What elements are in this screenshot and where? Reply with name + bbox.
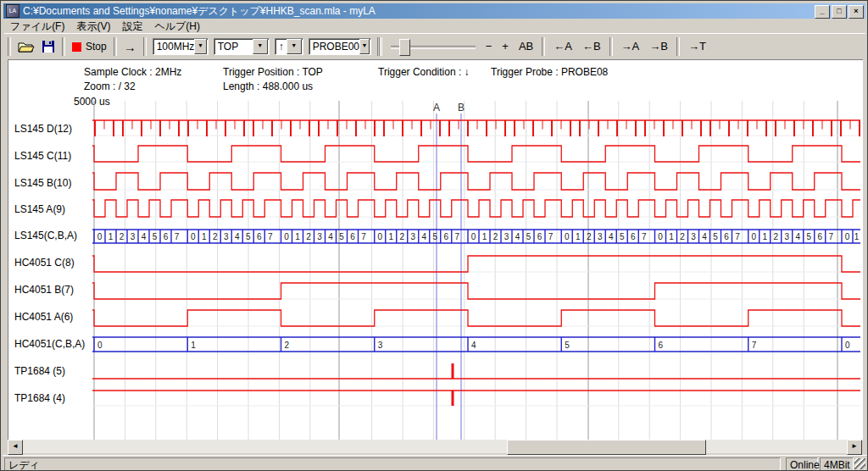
bus-value: 0 <box>751 232 756 241</box>
bus-value: 0 <box>565 232 570 241</box>
pulse-TP1684 (4) <box>452 391 454 406</box>
bus-value: 1 <box>854 232 860 241</box>
bus-value: 2 <box>773 232 778 241</box>
bus-value: 1 <box>295 232 300 241</box>
bus-value: 3 <box>410 232 415 241</box>
bus-value: 3 <box>317 232 322 241</box>
bus-value: 2 <box>213 232 218 241</box>
waveform-plot[interactable]: AB01234567012345670123456701234567012345… <box>1 1 868 471</box>
trace-HC4051 B(7) <box>92 283 860 299</box>
bus-value: 6 <box>817 232 822 241</box>
status-online-badge: Online <box>786 457 818 471</box>
bus-value: 6 <box>350 232 355 241</box>
status-ready: レディ <box>4 457 781 471</box>
bus-value: 6 <box>164 232 169 241</box>
cursor-label-A: A <box>433 102 440 114</box>
status-memory-badge: 4MBit <box>820 457 854 471</box>
bus-value: 6 <box>537 232 542 241</box>
status-bar: レディ Online 4MBit <box>3 455 867 471</box>
bus-value: 3 <box>598 232 603 241</box>
bus-value: 1 <box>762 232 767 241</box>
bus-value: 1 <box>669 232 674 241</box>
bus-value: 2 <box>285 341 290 350</box>
trace-LS145 A(9) <box>92 200 860 217</box>
bus-value: 1 <box>576 232 581 241</box>
mylA-window: { "window": { "title": "C:¥Documents and… <box>0 0 868 471</box>
bus-value: 0 <box>97 341 103 350</box>
bus-value: 6 <box>443 232 448 241</box>
pulse-TP1684 (5) <box>452 363 454 379</box>
bus-value: 2 <box>399 232 404 241</box>
bus-value: 1 <box>108 232 114 241</box>
bus-value: 1 <box>482 232 487 241</box>
bus-value: 7 <box>175 232 180 241</box>
bus-value: 2 <box>680 232 685 241</box>
resize-grip[interactable] <box>854 458 865 469</box>
bus-value: 7 <box>828 232 833 241</box>
bus-value: 1 <box>202 232 207 241</box>
bus-value: 5 <box>620 232 625 241</box>
bus-value: 4 <box>328 232 333 241</box>
bus-value: 7 <box>642 232 647 241</box>
bus-value: 6 <box>659 341 664 350</box>
bus-value: 3 <box>784 232 789 241</box>
trace-LS145 B(10) <box>92 173 860 190</box>
scrollbar-thumb[interactable] <box>507 440 706 455</box>
bus-value: 6 <box>631 232 636 241</box>
bus-value: 0 <box>97 232 103 241</box>
cursor-label-B: B <box>458 102 465 114</box>
horizontal-scrollbar[interactable]: ◄ ► <box>8 440 862 453</box>
bus-value: 2 <box>493 232 498 241</box>
bus-value: 5 <box>432 232 437 241</box>
bus-value: 5 <box>806 232 811 241</box>
bus-value: 2 <box>120 232 125 241</box>
bus-value: 0 <box>284 232 289 241</box>
bus-value: 0 <box>845 341 850 350</box>
bus-value: 3 <box>131 232 136 241</box>
scroll-left-icon[interactable]: ◄ <box>8 440 23 455</box>
bus-value: 7 <box>268 232 273 241</box>
bus-value: 4 <box>702 232 707 241</box>
bus-value: 5 <box>526 232 531 241</box>
bus-value: 7 <box>361 232 366 241</box>
trace-HC4051 C(8) <box>92 256 860 272</box>
bus-value: 4 <box>795 232 800 241</box>
bus-value: 4 <box>515 232 520 241</box>
bus-value: 7 <box>454 232 459 241</box>
bus-value: 2 <box>587 232 592 241</box>
bus-value: 4 <box>235 232 240 241</box>
bus-value: 5 <box>153 232 158 241</box>
bus-value: 4 <box>421 232 426 241</box>
bus-value: 6 <box>724 232 729 241</box>
bus-value: 7 <box>735 232 740 241</box>
bus-value: 5 <box>565 341 570 350</box>
bus-value: 5 <box>339 232 344 241</box>
bus-value: 6 <box>257 232 262 241</box>
bus-value: 4 <box>471 341 476 350</box>
bus-value: 7 <box>752 341 757 350</box>
bus-value: 0 <box>377 232 382 241</box>
bus-value: 4 <box>609 232 614 241</box>
bus-value: 0 <box>471 232 476 241</box>
bus-value: 1 <box>191 341 196 350</box>
trace-HC4051 A(6) <box>92 310 860 326</box>
bus-value: 5 <box>713 232 718 241</box>
bus-value: 2 <box>306 232 311 241</box>
bus-value: 1 <box>388 232 393 241</box>
bus-value: 0 <box>845 232 850 241</box>
bus-value: 3 <box>691 232 696 241</box>
bus-value: 3 <box>504 232 509 241</box>
scroll-right-icon[interactable]: ► <box>847 440 862 455</box>
bus-value: 0 <box>658 232 663 241</box>
bus-value: 3 <box>224 232 229 241</box>
trace-LS145 C(11) <box>92 146 860 162</box>
bus-value: 5 <box>246 232 251 241</box>
bus-value: 7 <box>548 232 554 241</box>
bus-value: 4 <box>142 232 147 241</box>
bus-value: 0 <box>191 232 196 241</box>
bus-value: 3 <box>378 341 383 350</box>
